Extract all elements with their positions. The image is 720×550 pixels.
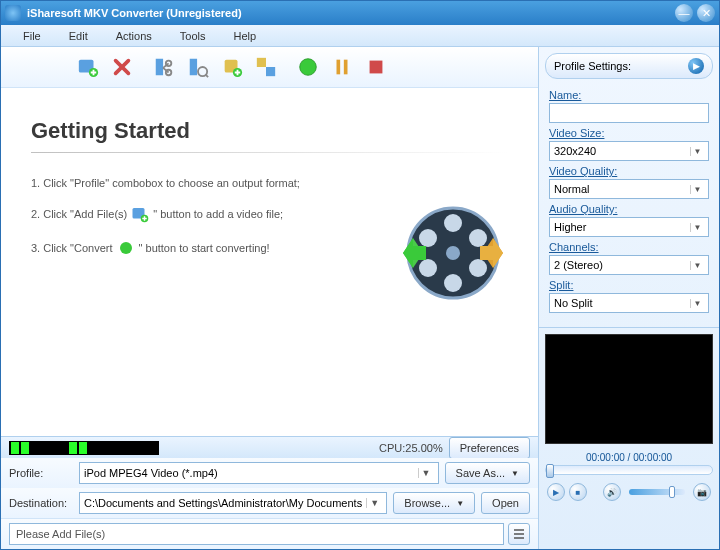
seek-thumb[interactable]: [546, 464, 554, 478]
profile-combobox[interactable]: iPod MPEG4 Video (*.mp4) ▼: [79, 462, 439, 484]
svg-rect-13: [337, 60, 341, 75]
film-reel-icon: [398, 198, 508, 308]
open-button[interactable]: Open: [481, 492, 530, 514]
chevron-down-icon: ▼: [690, 299, 704, 308]
right-pane: Profile Settings: ▶ Name: Video Size:320…: [539, 47, 719, 549]
preferences-button[interactable]: Preferences: [449, 437, 530, 459]
seek-slider[interactable]: [545, 465, 713, 475]
convert-button[interactable]: [294, 53, 322, 81]
channels-select[interactable]: 2 (Stereo)▼: [549, 255, 709, 275]
app-window: iSharesoft MKV Converter (Unregistered) …: [0, 0, 720, 550]
profile-settings-header: Profile Settings: ▶: [545, 53, 713, 79]
videosize-select[interactable]: 320x240▼: [549, 141, 709, 161]
svg-rect-10: [266, 67, 275, 76]
effect-button[interactable]: [218, 53, 246, 81]
profile-row: Profile: iPod MPEG4 Video (*.mp4) ▼ Save…: [1, 458, 538, 488]
menu-bar: File Edit Actions Tools Help: [1, 25, 719, 47]
toolbar: [1, 47, 538, 88]
player-controls: ▶ ■ 🔊 📷: [539, 477, 719, 507]
svg-rect-15: [370, 61, 383, 74]
chevron-down-icon: ▼: [366, 498, 382, 508]
step-1: 1. Click "Profile" combobox to choose an…: [31, 177, 508, 189]
status-bar: CPU:25.00% Preferences: [1, 436, 538, 458]
app-logo-icon: [5, 5, 21, 21]
convert-inline-icon: [117, 239, 135, 257]
time-display: 00:00:00 / 00:00:00: [586, 452, 672, 463]
name-label: Name:: [549, 89, 709, 101]
chevron-down-icon: ▼: [690, 223, 704, 232]
player-stop-button[interactable]: ■: [569, 483, 587, 501]
left-pane: Getting Started 1. Click "Profile" combo…: [1, 47, 539, 549]
name-input[interactable]: [549, 103, 709, 123]
videoquality-select[interactable]: Normal▼: [549, 179, 709, 199]
svg-rect-14: [344, 60, 348, 75]
svg-point-21: [444, 214, 462, 232]
bottom-bar: Please Add File(s): [1, 518, 538, 549]
add-file-inline-icon: [131, 205, 149, 223]
menu-file[interactable]: File: [9, 27, 55, 45]
destination-label: Destination:: [9, 497, 79, 509]
destination-combobox[interactable]: C:\Documents and Settings\Administrator\…: [79, 492, 387, 514]
close-button[interactable]: ✕: [697, 4, 715, 22]
profile-label: Profile:: [9, 467, 79, 479]
svg-rect-5: [190, 59, 197, 76]
chevron-down-icon: ▼: [690, 261, 704, 270]
window-title: iSharesoft MKV Converter (Unregistered): [27, 7, 671, 19]
split-label: Split:: [549, 279, 709, 291]
audioquality-select[interactable]: Higher▼: [549, 217, 709, 237]
svg-rect-2: [156, 59, 163, 76]
play-button[interactable]: ▶: [547, 483, 565, 501]
svg-point-18: [120, 242, 132, 254]
minimize-button[interactable]: —: [675, 4, 693, 22]
chevron-down-icon: ▼: [418, 468, 434, 478]
settings-panel: Name: Video Size:320x240▼ Video Quality:…: [539, 85, 719, 328]
split-select[interactable]: No Split▼: [549, 293, 709, 313]
title-bar: iSharesoft MKV Converter (Unregistered) …: [1, 1, 719, 25]
videosize-label: Video Size:: [549, 127, 709, 139]
divider: [31, 152, 508, 153]
svg-rect-9: [257, 58, 266, 67]
merge-button[interactable]: [252, 53, 280, 81]
audioquality-label: Audio Quality:: [549, 203, 709, 215]
add-file-button[interactable]: [74, 53, 102, 81]
svg-point-22: [444, 274, 462, 292]
snapshot-button[interactable]: 📷: [693, 483, 711, 501]
volume-icon[interactable]: 🔊: [603, 483, 621, 501]
channels-label: Channels:: [549, 241, 709, 253]
time-bar: 00:00:00 / 00:00:00: [545, 452, 713, 475]
content-area: Getting Started 1. Click "Profile" combo…: [1, 47, 719, 549]
save-as-button[interactable]: Save As...▼: [445, 462, 530, 484]
crop-button[interactable]: [184, 53, 212, 81]
browse-button[interactable]: Browse...▼: [393, 492, 475, 514]
volume-thumb[interactable]: [669, 486, 675, 498]
progress-bar: [9, 441, 159, 455]
svg-point-27: [446, 246, 460, 260]
svg-point-25: [419, 259, 437, 277]
pause-button[interactable]: [328, 53, 356, 81]
trim-button[interactable]: [150, 53, 178, 81]
apply-settings-button[interactable]: ▶: [688, 58, 704, 74]
cpu-usage: CPU:25.00%: [379, 442, 443, 454]
chevron-down-icon: ▼: [690, 185, 704, 194]
videoquality-label: Video Quality:: [549, 165, 709, 177]
destination-row: Destination: C:\Documents and Settings\A…: [1, 488, 538, 518]
svg-point-23: [419, 229, 437, 247]
volume-slider[interactable]: [629, 489, 685, 495]
main-area: Getting Started 1. Click "Profile" combo…: [1, 88, 538, 436]
list-view-button[interactable]: [508, 523, 530, 545]
menu-tools[interactable]: Tools: [166, 27, 220, 45]
menu-edit[interactable]: Edit: [55, 27, 102, 45]
message-box: Please Add File(s): [9, 523, 504, 545]
chevron-down-icon: ▼: [690, 147, 704, 156]
getting-started-heading: Getting Started: [31, 118, 508, 144]
video-preview: [545, 334, 713, 444]
svg-point-24: [469, 229, 487, 247]
svg-point-26: [469, 259, 487, 277]
stop-button[interactable]: [362, 53, 390, 81]
menu-actions[interactable]: Actions: [102, 27, 166, 45]
remove-file-button[interactable]: [108, 53, 136, 81]
menu-help[interactable]: Help: [219, 27, 270, 45]
